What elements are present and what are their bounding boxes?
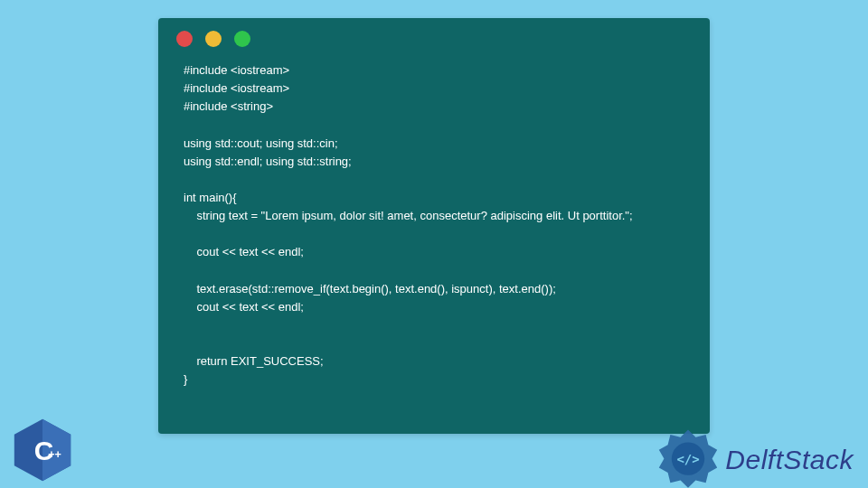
svg-text:++: ++ bbox=[48, 448, 61, 461]
close-dot-icon bbox=[176, 31, 193, 47]
code-window: #include <iostream> #include <iostream> … bbox=[158, 18, 710, 434]
window-controls bbox=[176, 31, 693, 47]
delftstack-logo-icon: </> bbox=[656, 428, 720, 488]
code-block: #include <iostream> #include <iostream> … bbox=[175, 61, 693, 389]
delftstack-label: DelftStack bbox=[725, 445, 854, 475]
delftstack-brand: </> DelftStack bbox=[656, 428, 854, 488]
cpp-logo-icon: C ++ bbox=[7, 414, 78, 486]
minimize-dot-icon bbox=[205, 31, 222, 47]
maximize-dot-icon bbox=[234, 31, 250, 47]
svg-text:</>: </> bbox=[677, 452, 700, 466]
